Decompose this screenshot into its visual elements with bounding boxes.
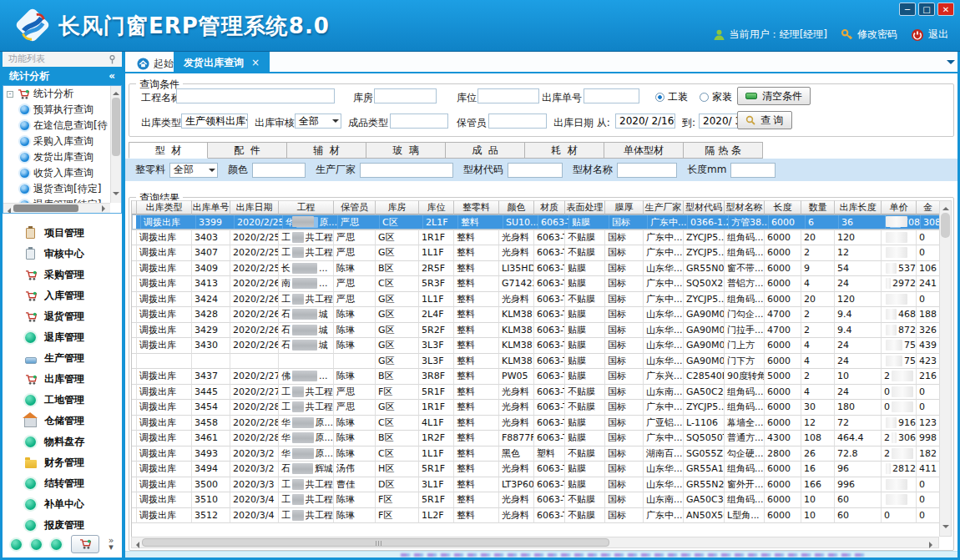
scroll-down-icon[interactable]: [113, 192, 119, 199]
scroll-right-icon[interactable]: [102, 205, 109, 212]
table-row[interactable]: 调拨出库34582020/2/28华原...陈琳C区4L1F整料光身料6063-…: [132, 416, 939, 431]
out-type-select[interactable]: 生产领料出库: [181, 114, 248, 129]
radio-家装[interactable]: 家装: [700, 90, 732, 104]
table-row[interactable]: 调拨出库34942020/3/2石辉城汤伟H区5R1F整料光身料6063-T5贴…: [132, 462, 939, 477]
table-row[interactable]: 调拨出库34092020/2/25长...陈琳B区2R5F整料LI35HD606…: [132, 261, 939, 277]
tab-close-icon[interactable]: ×: [251, 57, 260, 68]
column-header[interactable]: 金: [917, 200, 939, 214]
sidebar-item-工地管理[interactable]: 工地管理: [3, 390, 122, 411]
sidebar-item-结转管理[interactable]: 结转管理: [3, 473, 122, 494]
column-header[interactable]: 长度: [765, 200, 801, 214]
quick-cart-button[interactable]: [71, 535, 99, 553]
scroll-left-icon[interactable]: [4, 208, 11, 214]
column-header[interactable]: 单价: [882, 200, 917, 214]
sidebar-item-物料盘存[interactable]: 物料盘存: [3, 431, 122, 452]
column-header[interactable]: 出库长度: [835, 200, 882, 214]
table-row[interactable]: 调拨出库34132020/2/26南...严思C区5R3F整料G71422606…: [132, 276, 939, 292]
profile-code-input[interactable]: [508, 163, 563, 178]
table-row[interactable]: 调拨出库34242020/2/26工共工程严思G区1L1F整料光身料6063-T…: [132, 292, 939, 308]
tree-horizontal-scrollbar[interactable]: [3, 203, 110, 213]
table-row[interactable]: 调拨出库34292020/2/26石城陈琳G区5R2F整料KLM38176063…: [132, 323, 939, 339]
tree-collapse-icon[interactable]: -: [7, 91, 13, 98]
order-no-input[interactable]: [584, 88, 639, 103]
tree-item[interactable]: 退货查询[待定]: [3, 181, 110, 197]
sidebar-section-statistics[interactable]: 统计分析 «: [3, 67, 122, 85]
table-row[interactable]: 调拨出库34542020/2/28工共工程严思G区1R1F整料光身料6063-T…: [132, 400, 939, 416]
table-row[interactable]: 调拨出库34032020/2/25工共工程严思G区1R1F整料光身料6063-T…: [132, 230, 939, 246]
close-button[interactable]: ✕: [937, 3, 954, 16]
length-input[interactable]: [730, 163, 776, 178]
audit-select[interactable]: 全部: [295, 114, 341, 129]
scroll-down-icon[interactable]: [942, 525, 949, 532]
tree-root-statistics[interactable]: -统计分析: [3, 86, 110, 102]
warehouse-input[interactable]: [374, 88, 437, 103]
tab-shipment-outbound-query[interactable]: 发货出库查询 ×: [174, 52, 270, 73]
table-row[interactable]: 调拨出库34452020/2/27工共工程严思F区5R1F整料光身料6063-T…: [132, 385, 939, 401]
radio-工装[interactable]: 工装: [655, 90, 688, 104]
column-header[interactable]: 保管员: [334, 200, 376, 214]
tree-item[interactable]: 在途信息查询[待: [3, 118, 110, 134]
tree-item[interactable]: 采购入库查询: [3, 134, 110, 149]
sidebar-item-退货管理[interactable]: 退货管理: [3, 306, 122, 327]
material-tab-玻璃[interactable]: 玻 璃: [366, 142, 446, 159]
scroll-up-icon[interactable]: [113, 88, 119, 95]
column-header[interactable]: 出库类型: [137, 200, 192, 214]
table-row[interactable]: 调拨出库35122020/3/4工共工程陈琳F区1L2F整料光身料6063-T5…: [132, 508, 939, 524]
sidebar-item-项目管理[interactable]: 项目管理: [3, 223, 122, 244]
sidebar-item-生产管理[interactable]: 生产管理: [3, 348, 122, 369]
scroll-right-icon[interactable]: [929, 542, 936, 548]
table-vertical-scrollbar[interactable]: [939, 200, 952, 537]
tab-overflow-icon[interactable]: [947, 60, 955, 68]
sidebar-item-出库管理[interactable]: 出库管理: [3, 369, 122, 390]
column-header[interactable]: 颜色: [499, 200, 534, 214]
scroll-left-icon[interactable]: [133, 542, 139, 548]
whole-part-select[interactable]: 全部: [169, 163, 218, 178]
column-header[interactable]: 膜厚: [605, 200, 644, 214]
material-tab-隔热条[interactable]: 隔 热 条: [684, 142, 763, 159]
material-tab-单体型材[interactable]: 单体型材: [604, 142, 684, 159]
tree-vertical-scrollbar[interactable]: [110, 86, 121, 203]
pin-icon[interactable]: [109, 55, 116, 64]
column-header[interactable]: 库位: [419, 200, 454, 214]
sidebar-item-仓储管理[interactable]: 仓储管理: [3, 411, 122, 431]
column-header[interactable]: 材质: [534, 200, 565, 214]
column-header[interactable]: 型材名称: [725, 200, 765, 214]
material-tab-耗材[interactable]: 耗 材: [525, 142, 604, 159]
column-header[interactable]: 整零料: [454, 200, 499, 214]
logout-button[interactable]: 退出: [911, 28, 948, 42]
project-name-input[interactable]: [176, 88, 335, 103]
sidebar-item-退库管理[interactable]: 退库管理: [3, 327, 122, 348]
material-tab-辅材[interactable]: 辅 材: [287, 142, 366, 159]
table-row[interactable]: 调拨出库35102020/3/4工共工程陈琳F区5R1F整料光身料6063-T5…: [132, 492, 939, 508]
column-header[interactable]: 表面处理: [565, 200, 605, 214]
column-header[interactable]: 型材代码: [684, 200, 725, 214]
minimize-button[interactable]: ─: [899, 3, 916, 16]
table-row[interactable]: 调拨出库34372020/2/27佛...陈琳B区3R8F整料PW056063-…: [132, 369, 939, 385]
table-row[interactable]: 调拨出库34282020/2/26石城陈琳G区2L4F整料KLM38176063…: [132, 307, 939, 323]
quick-dot-button[interactable]: [51, 539, 62, 550]
table-row[interactable]: 调拨出库34072020/2/25工共工程严思G区1L1F整料光身料6063-T…: [132, 245, 939, 261]
column-header[interactable]: 生产厂家: [644, 200, 684, 214]
tree-item[interactable]: 预算执行查询: [3, 102, 110, 118]
sidebar-item-入库管理[interactable]: 入库管理: [3, 285, 122, 306]
table-row[interactable]: 调拨出库34612020/2/28华原...陈琳B区1R2F整料F8877FT6…: [132, 431, 939, 446]
column-header[interactable]: 数量: [801, 200, 835, 214]
table-row[interactable]: 调拨出库35002020/3/3工共工程曹佳D区3L1F整料LT3P606063…: [132, 477, 939, 493]
table-row[interactable]: 调拨出库34302020/2/26石城陈琳G区3L3F整料KLM38176063…: [132, 338, 939, 354]
date-from-select[interactable]: 2020/ 2/16: [615, 114, 675, 129]
tree-item[interactable]: 收货入库查询: [3, 165, 110, 181]
manufacturer-input[interactable]: [360, 163, 453, 178]
product-type-input[interactable]: [390, 114, 448, 129]
location-input[interactable]: [477, 88, 539, 103]
keeper-input[interactable]: [488, 114, 547, 129]
search-button[interactable]: 查 询: [737, 111, 792, 129]
expand-more-button[interactable]: »▾: [109, 537, 114, 551]
profile-name-input[interactable]: [617, 163, 677, 178]
quick-dot-button[interactable]: [11, 539, 22, 550]
table-row[interactable]: 调拨出库34932020/3/2华原...陈琳C区1L1F整料黑色塑料不贴膜国标…: [132, 446, 939, 462]
table-row[interactable]: G区3L3F整料KLM38176063-T5贴膜国标山东华...GA90M09.…: [132, 354, 939, 370]
collapse-icon[interactable]: «: [109, 67, 115, 85]
sidebar-item-补单中心[interactable]: 补单中心: [3, 494, 122, 515]
material-tab-型材[interactable]: 型 材: [129, 142, 208, 159]
scroll-up-icon[interactable]: [942, 204, 949, 210]
